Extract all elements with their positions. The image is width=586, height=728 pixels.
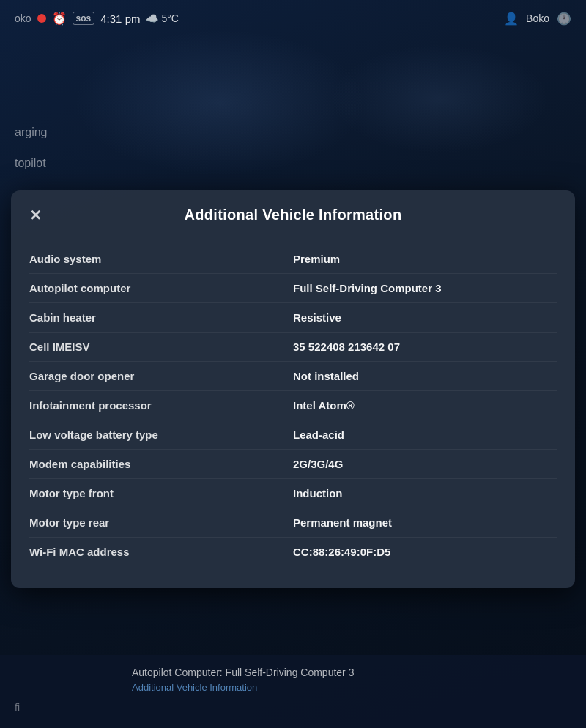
app-name: oko	[15, 12, 31, 24]
sidebar-item-autopilot[interactable]: topilot	[0, 148, 62, 179]
wifi-label: fi	[15, 702, 20, 713]
status-bar: oko ⏰ sos 4:31 pm ☁️ 5°C 👤 Boko 🕐	[0, 0, 586, 37]
label-autopilot-computer: Autopilot computer	[29, 282, 293, 294]
value-garage-door-opener: Not installed	[293, 370, 557, 382]
label-audio-system: Audio system	[29, 253, 293, 265]
user-name: Boko	[526, 12, 549, 24]
record-icon	[37, 14, 46, 23]
value-low-voltage-battery: Lead-acid	[293, 428, 557, 441]
value-audio-system: Premium	[293, 253, 557, 265]
label-garage-door-opener: Garage door opener	[29, 370, 293, 382]
label-motor-type-front: Motor type front	[29, 487, 293, 499]
table-row: Cell IMEISV 35 522408 213642 07	[29, 333, 557, 362]
bottom-bar-additional-info[interactable]: Additional Vehicle Information	[132, 682, 571, 693]
table-row: Low voltage battery type Lead-acid	[29, 420, 557, 450]
label-modem-capabilities: Modem capabilities	[29, 458, 293, 470]
status-left: oko ⏰ sos 4:31 pm ☁️ 5°C	[15, 12, 179, 26]
weather-display: ☁️ 5°C	[146, 12, 179, 24]
table-row: Autopilot computer Full Self-Driving Com…	[29, 274, 557, 303]
sidebar-item-charging[interactable]: arging	[0, 117, 62, 148]
sos-label: sos	[73, 12, 95, 25]
table-row: Infotainment processor Intel Atom®	[29, 391, 557, 420]
value-modem-capabilities: 2G/3G/4G	[293, 458, 557, 470]
time-display: 4:31 pm	[100, 12, 140, 25]
table-row: Audio system Premium	[29, 245, 557, 274]
bottom-bar-autopilot-info: Autopilot Computer: Full Self-Driving Co…	[132, 666, 571, 678]
table-row: Wi-Fi MAC address CC:88:26:49:0F:D5	[29, 538, 557, 566]
bottom-bar: fi Autopilot Computer: Full Self-Driving…	[0, 655, 586, 728]
user-icon: 👤	[504, 12, 519, 26]
modal-header: ✕ Additional Vehicle Information	[11, 190, 575, 237]
modal-title: Additional Vehicle Information	[29, 207, 557, 223]
value-motor-type-rear: Permanent magnet	[293, 516, 557, 529]
alarm-icon: ⏰	[52, 12, 67, 26]
table-row: Modem capabilities 2G/3G/4G	[29, 450, 557, 479]
clock-icon: 🕐	[557, 12, 571, 26]
status-right: 👤 Boko 🕐	[504, 12, 571, 26]
table-row: Motor type rear Permanent magnet	[29, 508, 557, 538]
close-button[interactable]: ✕	[29, 207, 42, 224]
value-motor-type-front: Induction	[293, 487, 557, 499]
label-infotainment-processor: Infotainment processor	[29, 399, 293, 412]
bg-menu: arging topilot	[0, 117, 62, 179]
value-infotainment-processor: Intel Atom®	[293, 399, 557, 412]
table-row: Motor type front Induction	[29, 479, 557, 508]
table-row: Garage door opener Not installed	[29, 362, 557, 391]
table-row: Cabin heater Resistive	[29, 303, 557, 333]
modal-content: Audio system Premium Autopilot computer …	[11, 237, 575, 573]
label-cell-imeisv: Cell IMEISV	[29, 341, 293, 353]
value-autopilot-computer: Full Self-Driving Computer 3	[293, 282, 557, 294]
temperature-display: 5°C	[161, 12, 179, 24]
label-motor-type-rear: Motor type rear	[29, 516, 293, 529]
label-low-voltage-battery: Low voltage battery type	[29, 428, 293, 441]
label-wifi-mac: Wi-Fi MAC address	[29, 546, 293, 558]
value-cabin-heater: Resistive	[293, 311, 557, 324]
additional-vehicle-info-modal: ✕ Additional Vehicle Information Audio s…	[11, 190, 575, 588]
value-cell-imeisv: 35 522408 213642 07	[293, 341, 557, 353]
cloud-icon: ☁️	[146, 12, 158, 24]
value-wifi-mac: CC:88:26:49:0F:D5	[293, 546, 557, 558]
label-cabin-heater: Cabin heater	[29, 311, 293, 324]
